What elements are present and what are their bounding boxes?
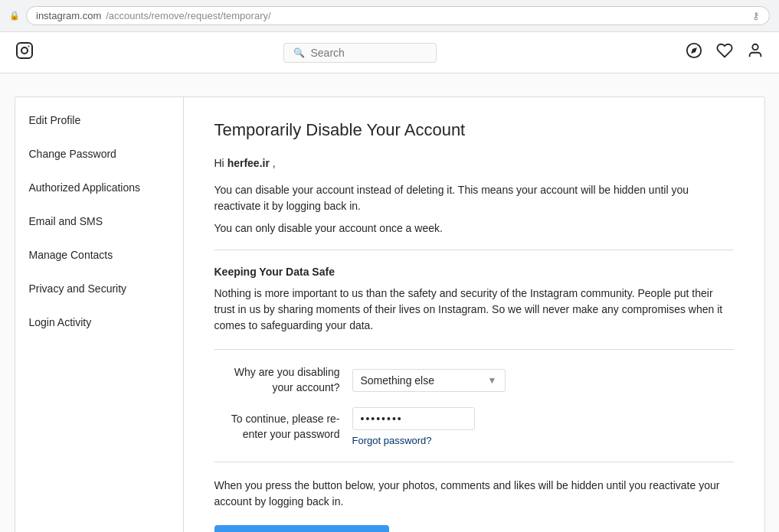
sidebar-item-change-password[interactable]: Change Password [15,137,183,171]
reason-row: Why are you disabling your account? Some… [214,365,734,395]
once-a-week-text: You can only disable your account once a… [214,222,734,234]
search-bar[interactable]: 🔍 [283,43,437,63]
profile-icon[interactable] [747,42,764,63]
keeping-safe-title: Keeping Your Data Safe [214,266,734,278]
page-title: Temporarily Disable Your Account [214,120,734,140]
reason-value: Something else [361,374,435,387]
explore-icon[interactable] [686,42,702,63]
address-bar[interactable]: instagram.com /accounts/remove/request/t… [26,6,770,25]
url-path: /accounts/remove/request/temporary/ [106,10,270,21]
username: herfee.ir [227,157,270,169]
main-container: Edit Profile Change Password Authorized … [15,96,765,532]
reason-dropdown[interactable]: Something else ▼ [352,369,506,392]
divider1 [214,250,734,250]
instagram-logo[interactable] [15,41,34,64]
sidebar: Edit Profile Change Password Authorized … [15,97,184,532]
divider2 [214,349,734,350]
bottom-text: When you press the button below, your ph… [214,478,734,510]
browser-chrome: 🔒 instagram.com /accounts/remove/request… [0,0,779,32]
divider3 [214,462,734,462]
disable-form: Why are you disabling your account? Some… [214,365,734,446]
page-content: Temporarily Disable Your Account Hi herf… [184,97,764,532]
reason-select[interactable]: Something else ▼ [352,369,506,392]
search-input[interactable] [311,47,427,59]
svg-point-1 [21,47,28,54]
description1: You can disable your account instead of … [214,182,734,214]
sidebar-item-authorized-apps[interactable]: Authorized Applications [15,171,183,204]
password-row: To continue, please re-enter your passwo… [214,407,734,446]
sidebar-item-manage-contacts[interactable]: Manage Contacts [15,238,183,272]
sidebar-item-email-sms[interactable]: Email and SMS [15,204,183,238]
keeping-safe-text: Nothing is more important to us than the… [214,286,734,334]
key-icon: ⚷ [752,10,760,21]
svg-rect-0 [17,43,32,58]
svg-point-2 [28,45,30,47]
forgot-password-link[interactable]: Forgot password? [352,435,506,446]
sidebar-item-edit-profile[interactable]: Edit Profile [15,103,183,137]
heart-icon[interactable] [716,42,733,63]
password-field-container: Forgot password? [352,407,506,446]
svg-marker-4 [691,47,697,54]
sidebar-item-privacy-security[interactable]: Privacy and Security [15,272,183,305]
chevron-down-icon: ▼ [488,375,497,386]
lock-icon: 🔒 [9,11,20,21]
top-nav: 🔍 [0,32,779,73]
greeting: Hi herfee.ir , [214,155,734,171]
url-domain: instagram.com [36,10,101,21]
temporarily-disable-button[interactable]: Temporarily Disable Account [214,525,389,532]
search-icon: 🔍 [293,47,305,58]
password-label: To continue, please re-enter your passwo… [214,412,352,442]
svg-point-5 [752,44,758,50]
password-input[interactable] [352,407,475,430]
nav-icons [686,42,764,63]
sidebar-item-login-activity[interactable]: Login Activity [15,305,183,339]
reason-label: Why are you disabling your account? [214,365,352,395]
